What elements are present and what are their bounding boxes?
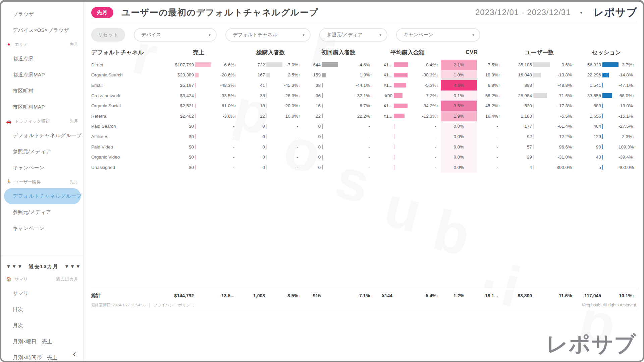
- sessions-bar: [602, 104, 603, 108]
- avg-change: -12.3%↓: [415, 114, 441, 119]
- first-bar: [322, 83, 323, 87]
- sales-value: $2,462: [158, 114, 195, 119]
- arrow-down-icon: ↓: [572, 104, 576, 108]
- table-row: Paid Search$0-0-0--0.0%-177-61.4%↓404-27…: [91, 121, 637, 132]
- buyers-bar: [266, 124, 267, 129]
- avg-bar: [394, 165, 394, 170]
- sales-change: -: [211, 155, 239, 160]
- sidebar-item[interactable]: サマリ: [1, 285, 84, 301]
- sidebar-item[interactable]: 参照元/メディア: [1, 204, 84, 220]
- users-change: 11.6%↑: [550, 293, 576, 298]
- sidebar-item[interactable]: 月別×曜日 売上: [1, 334, 84, 350]
- sessions-change: 68.0%↑: [619, 93, 637, 98]
- buyers-bar: [266, 134, 267, 139]
- arrow-down-icon: ↓: [370, 83, 374, 88]
- total-first-value: 915: [303, 293, 322, 298]
- first-change: -44.1%↓: [338, 83, 374, 88]
- sales-change: -: [211, 124, 239, 129]
- reset-button[interactable]: リセット: [91, 28, 125, 42]
- sales-change: -: [211, 165, 239, 170]
- sessions-change: -14.8%↓: [619, 72, 637, 77]
- arrow-down-icon: ↓: [234, 114, 239, 119]
- sessions-bar: [602, 165, 603, 170]
- column-header-avg: 平均購入金額: [374, 49, 441, 56]
- users-bar: [533, 114, 534, 118]
- filter-label: キャンペーン: [404, 32, 433, 38]
- filter-label: 参照元/メディア: [327, 32, 363, 38]
- main-content: rrposub.ip 先月 ユーザーの最初のデフォルトチャネルグループ 2023…: [84, 2, 643, 361]
- sidebar-item[interactable]: 市区町村MAP: [1, 99, 84, 115]
- arrow-down-icon: ↓: [234, 83, 239, 88]
- sidebar-item[interactable]: 都道府県MAP: [1, 67, 84, 83]
- filter-dropdown-1[interactable]: デバイス▾: [134, 28, 217, 42]
- table-row: Organic Video$0-0-0--0.0%-29-31.0%↓43-39…: [91, 152, 637, 162]
- collapse-sidebar-button[interactable]: ‹: [73, 349, 76, 359]
- arrow-up-icon: ↑: [298, 104, 303, 108]
- sidebar-item[interactable]: デバイス×OS×ブラウザ: [1, 22, 84, 38]
- filter-dropdown-4[interactable]: キャンペーン▾: [396, 28, 480, 42]
- sidebar-item[interactable]: デフォルトチャネルグループ: [4, 188, 81, 204]
- arrow-up-icon: ↑: [632, 294, 637, 298]
- arrow-down-icon: ↓: [633, 155, 637, 160]
- arrow-down-icon: ↓: [572, 124, 576, 129]
- cvr-cell: 0.0%: [441, 162, 477, 173]
- sidebar-section-label: トラフィック獲得: [14, 118, 50, 124]
- sessions-change: 10.1%↑: [619, 293, 637, 298]
- arrow-up-icon: ↑: [632, 94, 637, 98]
- table-row: Unassigned$0-0-0--0.0%-4300.0%↑5400.0%↑: [91, 162, 637, 173]
- sidebar-item[interactable]: デフォルトチャネルグループ: [1, 127, 84, 143]
- avg-change: -30.3%↓: [415, 72, 441, 77]
- report-table: デフォルトチャネル売上総購入者数初回購入者数平均購入金額CVRユーザー数セッショ…: [84, 45, 643, 311]
- sales-value: $2,521: [158, 103, 195, 108]
- buyers-change: 10.0%↑: [282, 114, 303, 119]
- page-header: 先月 ユーザーの最初のデフォルトチャネルグループ 2023/12/01 - 20…: [84, 2, 643, 23]
- sessions-bar: [602, 155, 603, 160]
- first-bar: [322, 134, 323, 139]
- caret-down-icon: ▾: [379, 33, 381, 37]
- avg-value: ¥1...: [374, 114, 394, 119]
- sidebar-item[interactable]: 市区町村: [1, 83, 84, 99]
- sidebar-item[interactable]: キャンペーン: [1, 220, 84, 236]
- sidebar-item[interactable]: 月別×時間帯 売上: [1, 350, 84, 362]
- buyers-change: -: [282, 134, 303, 139]
- column-header-sessions: セッション: [576, 49, 637, 56]
- users-bar: [533, 124, 534, 129]
- users-change: -48.8%↓: [550, 83, 576, 88]
- avg-bar: [394, 104, 408, 108]
- sidebar-item[interactable]: 月次: [1, 317, 84, 334]
- buyers-change: 20.0%↑: [282, 103, 303, 108]
- avg-change: 34.2%↑: [415, 103, 441, 108]
- sidebar-item[interactable]: ブラウザ: [1, 6, 84, 22]
- sales-value: $3,424: [158, 93, 195, 98]
- avg-value: ¥1...: [374, 103, 394, 108]
- first-change: 6.7%↑: [338, 103, 374, 108]
- users-bar: [533, 73, 541, 77]
- filter-dropdown-3[interactable]: 参照元/メディア▾: [319, 28, 387, 42]
- sales-bar: [195, 124, 196, 129]
- sidebar-item[interactable]: キャンペーン: [1, 160, 84, 176]
- table-header: デフォルトチャネル売上総購入者数初回購入者数平均購入金額CVRユーザー数セッショ…: [91, 45, 637, 60]
- sidebar-item[interactable]: 参照元/メディア: [1, 143, 84, 160]
- caret-down-icon: ▾: [303, 33, 305, 37]
- cvr-change: -: [477, 124, 502, 129]
- privacy-policy-link[interactable]: プライバシー ポリシー: [153, 303, 194, 308]
- cvr-change: 45.2%↑: [477, 103, 502, 108]
- users-bar: [533, 165, 534, 170]
- cvr-change: 16.4%↑: [477, 114, 502, 119]
- column-header-cvr: CVR: [441, 49, 502, 56]
- sidebar-item[interactable]: 日次: [1, 301, 84, 317]
- buyers-change: 2.5%↑: [282, 72, 303, 77]
- arrow-down-icon: ↓: [632, 134, 637, 139]
- sessions-bar: [602, 93, 612, 98]
- date-range-picker[interactable]: 2023/12/01 - 2023/12/31 ▾: [475, 8, 583, 17]
- arrow-up-icon: ↑: [498, 114, 502, 119]
- first-value: 0: [303, 124, 322, 129]
- filter-label: デフォルトチャネル: [233, 32, 277, 38]
- users-bar: [533, 83, 534, 87]
- sidebar-section-period: 先月: [69, 42, 78, 48]
- sidebar-period-banner: ▼▼▼ 過去13カ月 ▼▼▼: [1, 260, 84, 273]
- filter-dropdown-2[interactable]: デフォルトチャネル▾: [225, 28, 311, 42]
- sidebar-item[interactable]: 都道府県: [1, 51, 84, 67]
- sessions-value: 22,296: [576, 72, 602, 77]
- cvr-cell: 0.0%: [441, 131, 477, 142]
